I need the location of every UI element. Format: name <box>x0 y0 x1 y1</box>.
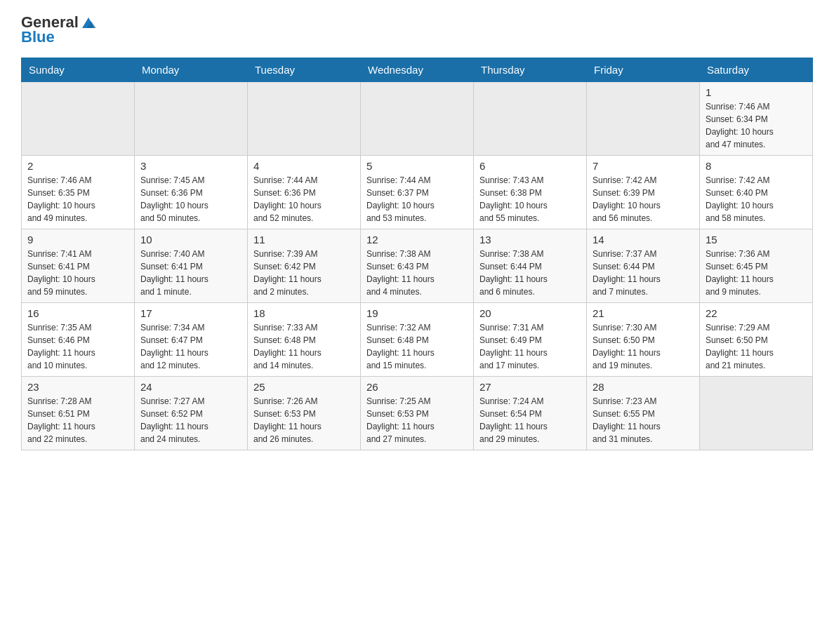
calendar-day-cell <box>700 377 813 450</box>
day-info: Sunrise: 7:28 AMSunset: 6:51 PMDaylight:… <box>27 395 128 445</box>
day-number: 28 <box>593 381 694 393</box>
header-sunday: Sunday <box>22 58 135 82</box>
day-info: Sunrise: 7:43 AMSunset: 6:38 PMDaylight:… <box>479 174 581 224</box>
calendar-day-cell: 7Sunrise: 7:42 AMSunset: 6:39 PMDaylight… <box>587 156 700 229</box>
calendar-week-row: 23Sunrise: 7:28 AMSunset: 6:51 PMDayligh… <box>22 377 813 450</box>
day-info: Sunrise: 7:33 AMSunset: 6:48 PMDaylight:… <box>253 321 355 372</box>
day-number: 4 <box>253 160 355 172</box>
day-info: Sunrise: 7:31 AMSunset: 6:49 PMDaylight:… <box>479 321 581 372</box>
day-number: 3 <box>140 160 241 172</box>
calendar-day-cell: 6Sunrise: 7:43 AMSunset: 6:38 PMDaylight… <box>474 156 587 229</box>
calendar-day-cell: 21Sunrise: 7:30 AMSunset: 6:50 PMDayligh… <box>587 303 700 377</box>
day-number: 25 <box>253 381 355 393</box>
day-info: Sunrise: 7:30 AMSunset: 6:50 PMDaylight:… <box>593 321 694 372</box>
calendar-day-cell: 4Sunrise: 7:44 AMSunset: 6:36 PMDaylight… <box>248 156 361 229</box>
calendar-day-cell <box>135 82 248 156</box>
day-number: 26 <box>366 381 468 393</box>
calendar-day-cell: 16Sunrise: 7:35 AMSunset: 6:46 PMDayligh… <box>22 303 135 377</box>
calendar-day-cell: 2Sunrise: 7:46 AMSunset: 6:35 PMDaylight… <box>22 156 135 229</box>
calendar-week-row: 1Sunrise: 7:46 AMSunset: 6:34 PMDaylight… <box>22 82 813 156</box>
calendar-day-cell: 18Sunrise: 7:33 AMSunset: 6:48 PMDayligh… <box>248 303 361 377</box>
day-info: Sunrise: 7:44 AMSunset: 6:36 PMDaylight:… <box>253 174 355 224</box>
day-info: Sunrise: 7:25 AMSunset: 6:53 PMDaylight:… <box>366 395 468 445</box>
logo: General Blue <box>21 14 97 45</box>
day-info: Sunrise: 7:34 AMSunset: 6:47 PMDaylight:… <box>140 321 241 372</box>
day-number: 5 <box>366 160 468 172</box>
calendar-week-row: 16Sunrise: 7:35 AMSunset: 6:46 PMDayligh… <box>22 303 813 377</box>
day-number: 23 <box>27 381 128 393</box>
calendar-day-cell: 12Sunrise: 7:38 AMSunset: 6:43 PMDayligh… <box>361 229 474 303</box>
logo-icon <box>80 14 97 31</box>
day-number: 16 <box>27 307 128 319</box>
day-number: 24 <box>140 381 241 393</box>
calendar-day-cell: 8Sunrise: 7:42 AMSunset: 6:40 PMDaylight… <box>700 156 813 229</box>
calendar-day-cell: 13Sunrise: 7:38 AMSunset: 6:44 PMDayligh… <box>474 229 587 303</box>
day-number: 2 <box>27 160 128 172</box>
calendar-day-cell: 17Sunrise: 7:34 AMSunset: 6:47 PMDayligh… <box>135 303 248 377</box>
header-thursday: Thursday <box>474 58 587 82</box>
day-number: 19 <box>366 307 468 319</box>
day-info: Sunrise: 7:41 AMSunset: 6:41 PMDaylight:… <box>27 248 128 298</box>
day-info: Sunrise: 7:27 AMSunset: 6:52 PMDaylight:… <box>140 395 241 445</box>
header-tuesday: Tuesday <box>248 58 361 82</box>
header-saturday: Saturday <box>700 58 813 82</box>
calendar-day-cell: 26Sunrise: 7:25 AMSunset: 6:53 PMDayligh… <box>361 377 474 450</box>
day-info: Sunrise: 7:37 AMSunset: 6:44 PMDaylight:… <box>593 248 694 298</box>
day-info: Sunrise: 7:26 AMSunset: 6:53 PMDaylight:… <box>253 395 355 445</box>
calendar-day-cell: 14Sunrise: 7:37 AMSunset: 6:44 PMDayligh… <box>587 229 700 303</box>
day-number: 17 <box>140 307 241 319</box>
day-number: 7 <box>593 160 694 172</box>
calendar-day-cell: 24Sunrise: 7:27 AMSunset: 6:52 PMDayligh… <box>135 377 248 450</box>
day-number: 14 <box>593 234 694 246</box>
header-monday: Monday <box>135 58 248 82</box>
day-info: Sunrise: 7:46 AMSunset: 6:35 PMDaylight:… <box>27 174 128 224</box>
calendar-day-cell: 20Sunrise: 7:31 AMSunset: 6:49 PMDayligh… <box>474 303 587 377</box>
calendar-day-cell: 22Sunrise: 7:29 AMSunset: 6:50 PMDayligh… <box>700 303 813 377</box>
day-number: 22 <box>706 307 807 319</box>
calendar-day-cell <box>474 82 587 156</box>
calendar-day-cell: 27Sunrise: 7:24 AMSunset: 6:54 PMDayligh… <box>474 377 587 450</box>
calendar-header-row: Sunday Monday Tuesday Wednesday Thursday… <box>22 58 813 82</box>
calendar-week-row: 2Sunrise: 7:46 AMSunset: 6:35 PMDaylight… <box>22 156 813 229</box>
calendar-day-cell <box>248 82 361 156</box>
logo-blue: Blue <box>21 29 97 45</box>
day-number: 15 <box>706 234 807 246</box>
day-info: Sunrise: 7:38 AMSunset: 6:44 PMDaylight:… <box>479 248 581 298</box>
calendar-day-cell: 23Sunrise: 7:28 AMSunset: 6:51 PMDayligh… <box>22 377 135 450</box>
day-number: 9 <box>27 234 128 246</box>
calendar-day-cell <box>587 82 700 156</box>
calendar-day-cell <box>22 82 135 156</box>
calendar-day-cell: 10Sunrise: 7:40 AMSunset: 6:41 PMDayligh… <box>135 229 248 303</box>
day-info: Sunrise: 7:42 AMSunset: 6:39 PMDaylight:… <box>593 174 694 224</box>
day-info: Sunrise: 7:32 AMSunset: 6:48 PMDaylight:… <box>366 321 468 372</box>
day-info: Sunrise: 7:44 AMSunset: 6:37 PMDaylight:… <box>366 174 468 224</box>
day-number: 20 <box>479 307 581 319</box>
day-number: 18 <box>253 307 355 319</box>
day-number: 21 <box>593 307 694 319</box>
calendar-day-cell: 25Sunrise: 7:26 AMSunset: 6:53 PMDayligh… <box>248 377 361 450</box>
day-number: 8 <box>706 160 807 172</box>
calendar-day-cell: 3Sunrise: 7:45 AMSunset: 6:36 PMDaylight… <box>135 156 248 229</box>
day-info: Sunrise: 7:36 AMSunset: 6:45 PMDaylight:… <box>706 248 807 298</box>
page-header: General Blue <box>21 14 813 45</box>
calendar-day-cell: 9Sunrise: 7:41 AMSunset: 6:41 PMDaylight… <box>22 229 135 303</box>
day-number: 27 <box>479 381 581 393</box>
calendar-day-cell: 11Sunrise: 7:39 AMSunset: 6:42 PMDayligh… <box>248 229 361 303</box>
calendar-week-row: 9Sunrise: 7:41 AMSunset: 6:41 PMDaylight… <box>22 229 813 303</box>
day-info: Sunrise: 7:35 AMSunset: 6:46 PMDaylight:… <box>27 321 128 372</box>
day-info: Sunrise: 7:45 AMSunset: 6:36 PMDaylight:… <box>140 174 241 224</box>
day-info: Sunrise: 7:39 AMSunset: 6:42 PMDaylight:… <box>253 248 355 298</box>
calendar-day-cell: 15Sunrise: 7:36 AMSunset: 6:45 PMDayligh… <box>700 229 813 303</box>
calendar-day-cell: 5Sunrise: 7:44 AMSunset: 6:37 PMDaylight… <box>361 156 474 229</box>
calendar-day-cell <box>361 82 474 156</box>
header-wednesday: Wednesday <box>361 58 474 82</box>
day-info: Sunrise: 7:46 AMSunset: 6:34 PMDaylight:… <box>706 100 807 151</box>
day-number: 12 <box>366 234 468 246</box>
day-number: 10 <box>140 234 241 246</box>
header-friday: Friday <box>587 58 700 82</box>
calendar-day-cell: 1Sunrise: 7:46 AMSunset: 6:34 PMDaylight… <box>700 82 813 156</box>
logo-lines: General Blue <box>21 14 97 45</box>
day-info: Sunrise: 7:40 AMSunset: 6:41 PMDaylight:… <box>140 248 241 298</box>
calendar-table: Sunday Monday Tuesday Wednesday Thursday… <box>21 58 813 450</box>
day-info: Sunrise: 7:24 AMSunset: 6:54 PMDaylight:… <box>479 395 581 445</box>
